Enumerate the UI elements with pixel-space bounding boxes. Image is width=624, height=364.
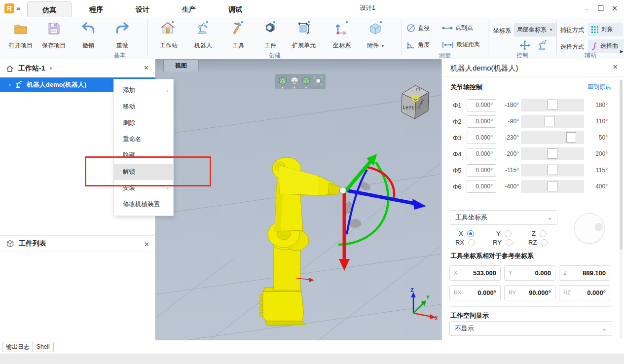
tab-program[interactable]: 程序 <box>74 1 118 17</box>
undo-button[interactable]: 撤销 <box>71 21 106 50</box>
joint-slider-handle[interactable] <box>548 165 557 175</box>
joint-slider-handle[interactable] <box>566 132 576 143</box>
radio-rx[interactable]: RX <box>455 239 475 246</box>
create-tool-button[interactable]: 工具 <box>220 21 256 50</box>
radio-y[interactable]: Y <box>496 230 512 237</box>
redo-button[interactable]: 重做 <box>105 21 140 50</box>
parts-panel-close-icon[interactable]: ✕ <box>144 241 149 248</box>
ribbon-expand-arrow[interactable]: ▶ <box>620 49 623 54</box>
coord-rz-field[interactable]: RZ 0.000° <box>559 285 610 300</box>
create-workpiece-button[interactable]: 工件 <box>253 21 288 50</box>
chevron-down-icon[interactable]: ▼ <box>48 66 53 71</box>
output-log-tab[interactable]: 输出日志 <box>2 342 34 352</box>
wireframe-mode-button[interactable]: ▼ <box>278 76 288 88</box>
jog-dial[interactable] <box>574 213 605 244</box>
station-panel-close-icon[interactable]: ✕ <box>144 64 149 72</box>
joint-slider-handle[interactable] <box>548 100 557 110</box>
save-project-button[interactable]: 保存项目 <box>36 21 72 50</box>
coord-z-field[interactable]: Z 889.100 <box>559 265 610 281</box>
joint-name: Φ2 <box>453 118 462 125</box>
panel-close-icon[interactable]: ✕ <box>613 63 618 71</box>
context-menu-item-move[interactable]: 移动 <box>114 99 173 115</box>
radio-rz[interactable]: RZ <box>528 239 548 246</box>
zoom-fit-button[interactable] <box>313 76 324 88</box>
joint-value-input[interactable]: 0.000° <box>467 115 496 128</box>
tab-debug[interactable]: 调试 <box>213 1 257 17</box>
measure-point-to-point-button[interactable]: 点到点 <box>442 24 473 32</box>
jog-dial-knob[interactable] <box>594 223 603 231</box>
context-menu-item-unlock[interactable]: 解锁 <box>114 164 173 180</box>
create-extension-unit-button[interactable]: 扩展单元 <box>286 21 322 50</box>
create-attachment-button[interactable]: 附件 ▼ <box>358 21 394 50</box>
menu-icon[interactable]: ≡ <box>16 4 21 12</box>
joint-value-input[interactable]: 0.000° <box>467 148 496 160</box>
workspace-display-dropdown[interactable]: 不显示 ⌄ <box>449 321 612 336</box>
scrollbar[interactable] <box>620 79 623 338</box>
context-menu-item-hide[interactable]: 隐藏 <box>114 147 173 164</box>
joint-value-input[interactable]: 0.000° <box>467 164 496 177</box>
snap-mode-button[interactable]: 对象 <box>588 23 623 36</box>
joint-value-input[interactable]: 0.000° <box>467 99 496 111</box>
viewport-tab-view[interactable]: 视图 <box>163 60 199 72</box>
radio-z[interactable]: Z <box>532 230 547 237</box>
return-to-origin-link[interactable]: 回到原点 <box>587 83 611 91</box>
joint-slider-handle[interactable] <box>548 148 557 159</box>
measure-diameter-button[interactable]: 直径 <box>406 24 430 33</box>
joint-slider[interactable] <box>521 147 584 160</box>
joint-max-label: 110° <box>587 118 608 125</box>
viewport-canvas[interactable]: Left Front Z Y X <box>155 72 441 340</box>
coord-x-field[interactable]: X 533.000 <box>449 265 501 281</box>
measure-angle-button[interactable]: 角度 <box>406 40 430 49</box>
joint-slider[interactable] <box>521 164 584 177</box>
context-menu-item-modify-mechanism[interactable]: 修改机械装置 <box>114 196 173 213</box>
radio-x[interactable]: X <box>459 230 474 237</box>
redo-icon <box>114 21 130 36</box>
coord-y-field[interactable]: Y 0.000 <box>504 265 555 281</box>
close-button[interactable]: ✕ <box>608 0 621 16</box>
minimize-button[interactable]: – <box>581 0 593 16</box>
radio-z-dot[interactable] <box>540 230 547 237</box>
open-project-button[interactable]: 打开项目 <box>3 21 38 50</box>
radio-ry[interactable]: RY <box>493 239 513 246</box>
radio-ry-dot[interactable] <box>506 239 513 246</box>
tab-production[interactable]: 生产 <box>167 1 211 17</box>
coord-ry-field[interactable]: RY 90.000° <box>504 285 555 300</box>
shell-tab[interactable]: Shell <box>33 342 54 352</box>
joint-slider[interactable] <box>521 115 584 128</box>
select-mode-button[interactable]: 选择曲 <box>588 39 624 53</box>
create-robot-button[interactable]: 机器人 <box>185 21 221 50</box>
radio-rx-dot[interactable] <box>468 239 475 246</box>
maximize-button[interactable]: ☐ <box>594 0 607 16</box>
joint-value-input[interactable]: 0.000° <box>467 132 496 144</box>
create-workstation-button[interactable]: 工作站 <box>151 21 186 50</box>
frame-select-dropdown[interactable]: 工具坐标系 ⌄ <box>450 210 557 225</box>
menu-item-label: 移动 <box>123 103 135 110</box>
radio-y-dot[interactable] <box>505 230 512 237</box>
tab-simulation[interactable]: 仿真 <box>27 1 72 17</box>
joint-slider[interactable] <box>521 131 584 144</box>
joint-slider-handle[interactable] <box>545 116 554 126</box>
create-frame-button[interactable]: 坐标系 <box>324 21 360 50</box>
coord-system-dropdown[interactable]: 局部坐标系 ▼ <box>514 23 556 36</box>
measure-shortest-distance-button[interactable]: 最短距离 <box>442 40 480 49</box>
joint-slider[interactable] <box>521 99 584 111</box>
solid-mode-button[interactable]: ▼ Solid <box>290 76 300 88</box>
context-menu-item-install[interactable]: 安装› <box>114 180 173 196</box>
tab-design[interactable]: 设计 <box>120 1 165 17</box>
joint-slider-handle[interactable] <box>548 181 557 191</box>
app-logo[interactable]: R <box>4 3 14 13</box>
joint-value-input[interactable]: 0.000° <box>467 181 496 193</box>
radio-x-dot[interactable] <box>467 230 474 237</box>
shaded-mode-button[interactable]: ▼ <box>301 76 312 88</box>
viewport-3d[interactable]: 视图 <box>155 59 441 340</box>
joint-slider[interactable] <box>521 180 584 193</box>
context-menu-item-add[interactable]: 添加› <box>114 82 173 99</box>
scrollbar-thumb[interactable] <box>620 80 623 250</box>
coord-rx-field[interactable]: RX 0.000° <box>449 285 501 300</box>
chevron-down-icon[interactable]: ▼ <box>381 44 385 48</box>
radio-rz-dot[interactable] <box>541 239 548 246</box>
move-control-button[interactable] <box>519 39 531 51</box>
robot-control-button[interactable] <box>537 39 549 51</box>
context-menu-item-rename[interactable]: 重命名 <box>114 131 173 147</box>
context-menu-item-delete[interactable]: 删除 <box>114 115 173 131</box>
